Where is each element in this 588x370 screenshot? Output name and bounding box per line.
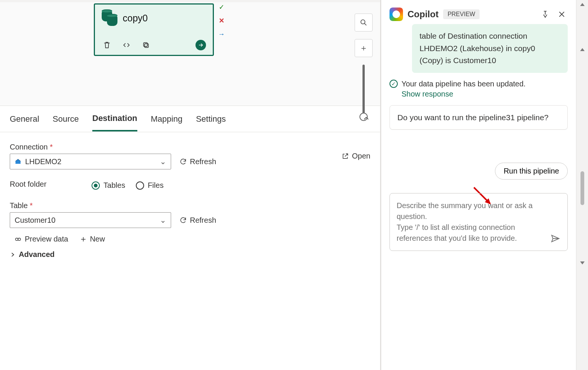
chat-scroll-up-icon[interactable] <box>580 48 585 51</box>
preview-data-button[interactable]: Preview data <box>14 235 68 243</box>
send-icon[interactable] <box>549 233 561 245</box>
svg-point-4 <box>18 238 21 240</box>
code-icon[interactable] <box>121 40 132 50</box>
preview-badge: PREVIEW <box>443 9 480 19</box>
root-folder-radio-files[interactable]: Files <box>136 181 164 190</box>
copilot-input[interactable]: Describe the summary you want or ask a q… <box>389 193 568 251</box>
tab-mapping[interactable]: Mapping <box>151 107 182 131</box>
files-option-label: Files <box>148 181 164 190</box>
activity-node-copy0[interactable]: copy0 <box>94 3 214 56</box>
copilot-input-placeholder: Describe the summary you want or ask a q… <box>397 201 535 242</box>
scroll-rail <box>576 0 588 370</box>
copilot-panel: Copilot PREVIEW table of Destination con… <box>381 0 576 370</box>
activity-toolbar <box>102 40 206 50</box>
delete-icon[interactable] <box>102 40 112 50</box>
refresh-connection-button[interactable]: Refresh <box>179 157 216 166</box>
rail-spacer <box>576 8 588 46</box>
activity-header: copy0 <box>95 5 213 28</box>
new-label: New <box>90 235 105 243</box>
tables-option-label: Tables <box>104 181 125 190</box>
refresh-label: Refresh <box>190 157 216 166</box>
run-this-pipeline-label: Run this pipeline <box>504 167 559 175</box>
table-value: Customer10 <box>15 216 56 225</box>
advanced-label: Advanced <box>19 250 55 259</box>
copilot-question-bubble: Do you want to run the pipeline31 pipeli… <box>389 105 568 130</box>
root-folder-label: Root folder <box>10 180 47 189</box>
tab-source[interactable]: Source <box>53 107 79 131</box>
scroll-up-button[interactable] <box>580 3 585 6</box>
collapse-panel-button[interactable] <box>362 114 370 124</box>
proceed-icon[interactable] <box>195 40 206 50</box>
success-handle-icon[interactable]: ✓ <box>219 3 224 11</box>
root-folder-radio-group: Tables Files <box>92 181 164 190</box>
copy-icon[interactable] <box>141 40 151 50</box>
root-folder-radio-tables[interactable]: Tables <box>92 181 125 190</box>
table-label: Table <box>10 201 370 210</box>
copy-data-icon <box>102 10 118 26</box>
svg-rect-1 <box>144 43 147 47</box>
tab-general[interactable]: General <box>10 107 39 131</box>
svg-rect-0 <box>144 44 148 47</box>
lakehouse-icon <box>15 158 21 165</box>
canvas-controls: ＋ <box>355 14 373 117</box>
properties-tabs: General Source Destination Mapping Setti… <box>0 106 380 132</box>
copilot-assistant-bubble: table of Destination connection LHDEMO2 … <box>412 24 568 73</box>
copilot-title: Copilot <box>408 9 439 20</box>
refresh-table-button[interactable]: Refresh <box>179 216 216 225</box>
tab-destination[interactable]: Destination <box>92 107 137 131</box>
canvas-add-button[interactable]: ＋ <box>355 39 373 57</box>
copilot-status-msg: Your data pipeline has been updated. <box>402 80 526 88</box>
chat-scroll-down-icon[interactable] <box>580 261 585 264</box>
table-select[interactable]: Customer10 ⌄ <box>10 212 171 228</box>
open-label: Open <box>352 152 370 160</box>
scroll-thumb[interactable] <box>580 171 584 205</box>
new-table-button[interactable]: New <box>80 235 105 243</box>
close-icon[interactable] <box>556 8 568 20</box>
failure-handle-icon[interactable]: ✕ <box>219 17 224 24</box>
activity-status-handles: ✓ ✕ → <box>217 3 226 38</box>
pin-icon[interactable] <box>539 8 551 20</box>
refresh-label-2: Refresh <box>190 216 216 225</box>
connection-select[interactable]: LHDEMO2 ⌄ <box>10 154 171 169</box>
copilot-status: ✓ Your data pipeline has been updated. S… <box>389 80 568 98</box>
copilot-green-text: table of Destination connection LHDEMO2 … <box>420 32 535 65</box>
copilot-header: Copilot PREVIEW <box>389 8 568 21</box>
canvas-search-button[interactable] <box>355 14 373 32</box>
copilot-question-text: Do you want to run the pipeline31 pipeli… <box>397 113 549 122</box>
run-this-pipeline-button[interactable]: Run this pipeline <box>495 163 568 180</box>
pipeline-canvas[interactable]: copy0 <box>0 0 380 106</box>
svg-point-2 <box>361 20 365 24</box>
properties-panel: General Source Destination Mapping Setti… <box>0 106 380 370</box>
show-response-link[interactable]: Show response <box>402 90 526 98</box>
connection-label: Connection <box>10 143 216 151</box>
activity-name-label: copy0 <box>123 13 148 24</box>
advanced-toggle[interactable]: Advanced <box>10 250 370 259</box>
connection-value: LHDEMO2 <box>25 157 62 166</box>
chevron-down-icon: ⌄ <box>160 157 166 166</box>
copilot-logo-icon <box>389 8 403 21</box>
success-check-icon: ✓ <box>389 80 398 88</box>
svg-point-3 <box>15 238 18 240</box>
preview-data-label: Preview data <box>25 235 68 243</box>
tab-settings[interactable]: Settings <box>196 107 226 131</box>
open-connection-button[interactable]: Open <box>341 152 370 160</box>
chevron-down-icon: ⌄ <box>160 216 166 225</box>
completion-handle-icon[interactable]: → <box>218 30 225 38</box>
